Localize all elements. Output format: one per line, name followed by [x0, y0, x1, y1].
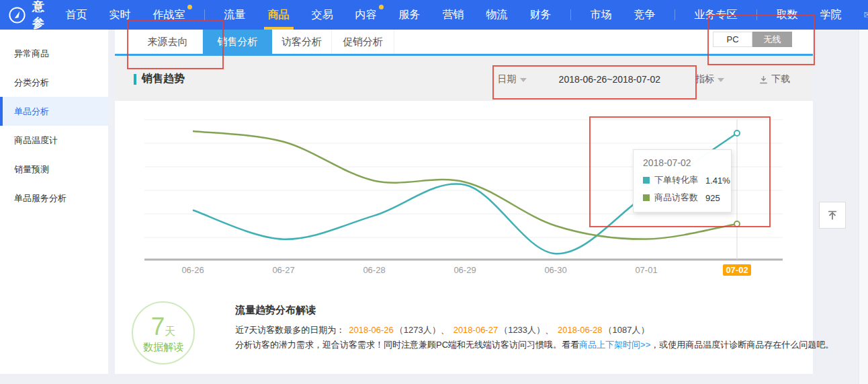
- seven-day-badge: 7天 数据解读: [132, 301, 195, 364]
- sidebar-item-3[interactable]: 单品分析: [0, 97, 108, 126]
- nav-item-19[interactable]: 学院: [809, 0, 853, 30]
- tab-0[interactable]: 来源去向: [133, 30, 203, 54]
- nav-divider: [756, 9, 757, 20]
- main-content: 来源去向销售分析访客分析促销分析 PC无线 销售趋势 日期 2018-06-26…: [115, 30, 813, 374]
- page-scrollbar[interactable]: [859, 0, 868, 384]
- notification-dot: [379, 5, 384, 9]
- tab-1[interactable]: 销售分析: [203, 30, 272, 54]
- download-icon: [759, 75, 768, 84]
- toggle-pc[interactable]: PC: [713, 32, 752, 47]
- section-title: 销售趋势: [134, 72, 185, 86]
- x-tick-07-02[interactable]: 07-02: [723, 264, 751, 276]
- arrow-to-top-icon: [826, 209, 838, 221]
- title-accent-bar: [134, 74, 136, 85]
- notification-dot: [187, 5, 192, 9]
- series-endpoint-0: [734, 130, 740, 136]
- chevron-down-icon: [718, 78, 724, 82]
- x-tick-06-29[interactable]: 06-29: [441, 265, 488, 275]
- brand-name: 生意参谋: [32, 0, 45, 47]
- sidebar-item-2[interactable]: 分类分析: [0, 68, 108, 97]
- nav-item-1[interactable]: 实时: [98, 0, 142, 30]
- badge-unit: 天: [165, 325, 175, 337]
- sidebar-item-5[interactable]: 销量预测: [0, 155, 108, 184]
- tab-bar: 来源去向销售分析访客分析促销分析: [115, 30, 813, 54]
- chart-header-band: 销售趋势 日期 2018-06-26~2018-07-02 指标 下载: [115, 56, 813, 101]
- sidebar-item-6[interactable]: 单品服务分析: [0, 184, 108, 213]
- shelf-time-link[interactable]: 商品上下架时间>>: [579, 340, 650, 350]
- date-range-value[interactable]: 2018-06-26~2018-07-02: [559, 74, 660, 85]
- x-tick-06-26[interactable]: 06-26: [169, 265, 216, 275]
- chevron-down-icon: [520, 78, 527, 82]
- active-nav-underline: [264, 27, 294, 30]
- date-dropdown[interactable]: 日期: [498, 73, 527, 85]
- top-date-1[interactable]: 2018-06-27: [453, 325, 498, 335]
- metric-dropdown[interactable]: 指标: [695, 73, 724, 85]
- legend-swatch: [643, 194, 650, 201]
- nav-item-10[interactable]: 物流: [475, 0, 519, 30]
- insight-section: 7天 数据解读 流量趋势分布解读 近7天访客数最多的日期为：2018-06-26…: [115, 289, 813, 374]
- legend-swatch: [643, 177, 650, 184]
- insight-title: 流量趋势分布解读: [235, 304, 316, 317]
- nav-item-20[interactable]: ✉消息: [853, 0, 868, 30]
- nav-item-5[interactable]: 商品: [257, 0, 300, 30]
- insight-line-2: 分析访客的潜力需求，迎合访客需求！同时注意兼顾PC端和无线端访客访问习惯哦。看看…: [235, 339, 834, 351]
- business-advisor-app: 生意参谋 首页实时作战室流量商品交易内容服务营销物流财务市场竞争业务专区取数学院…: [0, 0, 868, 384]
- tab-3[interactable]: 促销分析: [332, 30, 394, 54]
- nav-item-7[interactable]: 内容: [344, 0, 388, 30]
- x-tick-07-01[interactable]: 07-01: [623, 265, 670, 275]
- badge-number: 7: [151, 313, 165, 340]
- sidebar-item-4[interactable]: 商品温度计: [0, 126, 108, 155]
- nav-item-6[interactable]: 交易: [300, 0, 344, 30]
- envelope-icon: ✉: [864, 0, 868, 30]
- device-toggle: PC无线: [713, 32, 792, 47]
- nav-divider: [204, 9, 205, 20]
- brand[interactable]: 生意参谋: [0, 0, 54, 47]
- nav-item-8[interactable]: 服务: [388, 0, 431, 30]
- nav-item-14[interactable]: 竞争: [623, 0, 666, 30]
- sidebar: 商品排行异常商品分类分析单品分析商品温度计销量预测单品服务分析: [0, 30, 108, 374]
- nav-menu: 首页实时作战室流量商品交易内容服务营销物流财务市场竞争业务专区取数学院✉消息: [54, 0, 868, 30]
- chart-tooltip: 2018-07-02 下单转化率1.41%商品访客数925: [633, 149, 732, 213]
- nav-item-18[interactable]: 取数: [765, 0, 809, 30]
- nav-item-16[interactable]: 业务专区: [683, 0, 748, 30]
- nav-item-4[interactable]: 流量: [213, 0, 257, 30]
- nav-item-2[interactable]: 作战室: [142, 0, 196, 30]
- x-tick-06-27[interactable]: 06-27: [260, 265, 307, 275]
- toggle-wireless[interactable]: 无线: [752, 32, 792, 47]
- nav-item-11[interactable]: 财务: [519, 0, 562, 30]
- chart-controls: 日期 2018-06-26~2018-07-02 指标 下载: [498, 73, 790, 85]
- tab-2[interactable]: 访客分析: [272, 30, 332, 54]
- top-date-2[interactable]: 2018-06-28: [558, 325, 603, 335]
- section-title-text: 销售趋势: [142, 72, 185, 86]
- top-date-0[interactable]: 2018-06-26: [349, 325, 394, 335]
- nav-divider: [675, 9, 675, 20]
- back-to-top-button[interactable]: [819, 202, 846, 229]
- sales-trend-chart[interactable]: 06-2606-2706-2806-2906-3007-0107-02 2018…: [115, 101, 813, 289]
- download-button[interactable]: 下载: [759, 73, 790, 85]
- insight-line-1: 近7天访客数最多的日期为：2018-06-26（1273人）、2018-06-2…: [235, 324, 650, 336]
- nav-item-0[interactable]: 首页: [54, 0, 98, 30]
- top-nav: 生意参谋 首页实时作战室流量商品交易内容服务营销物流财务市场竞争业务专区取数学院…: [0, 0, 868, 30]
- nav-item-13[interactable]: 市场: [579, 0, 623, 30]
- tooltip-row-0: 下单转化率1.41%: [643, 174, 722, 186]
- nav-divider: [570, 9, 571, 20]
- tooltip-row-1: 商品访客数925: [643, 192, 722, 204]
- nav-item-9[interactable]: 营销: [431, 0, 475, 30]
- badge-subtitle: 数据解读: [133, 341, 193, 354]
- tooltip-date: 2018-07-02: [643, 157, 722, 168]
- x-tick-06-30[interactable]: 06-30: [532, 265, 579, 275]
- series-endpoint-1: [734, 221, 740, 227]
- compass-logo-icon: [8, 6, 26, 24]
- x-tick-06-28[interactable]: 06-28: [351, 265, 398, 275]
